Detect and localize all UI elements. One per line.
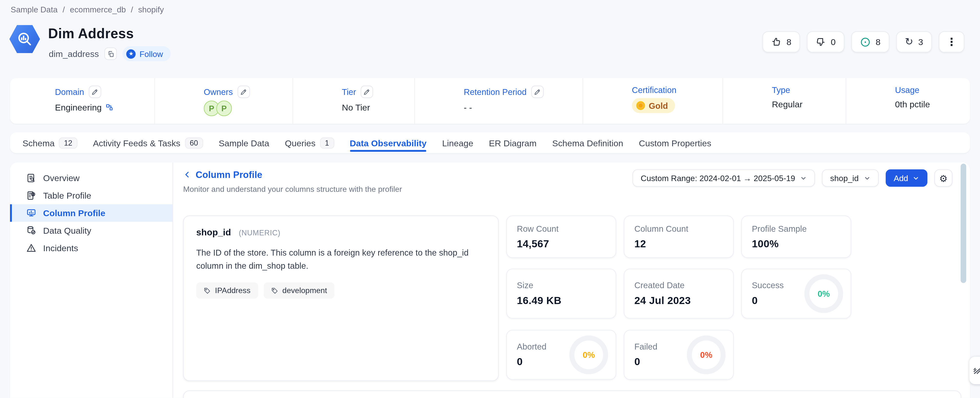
- tag-ipaddress[interactable]: IPAddress: [196, 282, 258, 299]
- edit-domain-button[interactable]: [88, 86, 101, 98]
- sidebar-item-data-quality[interactable]: Data Quality: [10, 222, 172, 239]
- usage-value: 0th pctile: [895, 99, 930, 109]
- chevron-down-icon: [913, 174, 920, 181]
- tab-queries[interactable]: Queries1: [285, 132, 334, 153]
- more-menu-button[interactable]: ⋮: [939, 31, 964, 52]
- copy-icon: [107, 51, 114, 57]
- versions-button[interactable]: ↻ 3: [896, 31, 932, 52]
- edit-owners-button[interactable]: [237, 86, 250, 98]
- tab-lineage[interactable]: Lineage: [442, 132, 473, 153]
- refresh-icon: ↻: [905, 37, 913, 47]
- settings-button[interactable]: ⚙: [934, 169, 953, 187]
- follow-button[interactable]: ★ Follow: [123, 46, 170, 61]
- usage-label: Usage: [895, 86, 920, 95]
- retention-label: Retention Period: [464, 87, 527, 97]
- tab-activity-feeds[interactable]: Activity Feeds & Tasks60: [93, 132, 203, 153]
- tab-badge: 12: [59, 137, 77, 148]
- aborted-percent-ring: 0%: [570, 335, 608, 374]
- stat-size: Size 16.49 KB: [506, 269, 616, 319]
- breadcrumb-separator: /: [131, 5, 133, 14]
- tab-custom-properties[interactable]: Custom Properties: [639, 132, 711, 153]
- failed-percent-ring: 0%: [687, 335, 725, 374]
- breadcrumb-separator: /: [63, 5, 65, 14]
- stat-created-date: Created Date 24 Jul 2023: [624, 269, 734, 319]
- pencil-icon: [534, 88, 541, 95]
- column-summary-card: shop_id (NUMERIC) The ID of the store. T…: [183, 216, 499, 381]
- date-range-dropdown[interactable]: Custom Range: 2024-02-01 → 2025-05-19: [632, 169, 815, 187]
- entity-meta-bar: Domain Engineering: [10, 78, 970, 124]
- upvote-button[interactable]: 8: [763, 31, 800, 52]
- certification-badge: Gold: [632, 98, 675, 113]
- certification-label: Certification: [632, 86, 676, 95]
- sidebar-item-incidents[interactable]: Incidents: [10, 239, 172, 257]
- downvote-count: 0: [831, 37, 835, 47]
- edit-tier-button[interactable]: [360, 86, 373, 98]
- add-button[interactable]: Add: [886, 169, 928, 187]
- vertical-scrollbar[interactable]: [961, 163, 966, 283]
- stat-profile-sample: Profile Sample 100%: [741, 216, 851, 258]
- sidebar-item-column-profile[interactable]: Column Profile: [10, 204, 172, 222]
- copy-name-button[interactable]: [105, 48, 117, 60]
- panel-title: Column Profile: [196, 169, 262, 180]
- edit-retention-button[interactable]: [531, 86, 543, 98]
- pencil-icon: [240, 88, 247, 95]
- star-icon: ★: [126, 49, 136, 58]
- domain-value[interactable]: Engineering: [55, 103, 102, 113]
- domain-link-icon: [105, 104, 113, 111]
- type-label: Type: [772, 86, 790, 95]
- meta-owners: Owners P P: [155, 78, 293, 124]
- observability-side-nav: Overview Table Profile C: [10, 162, 173, 398]
- column-datatype: (NUMERIC): [239, 228, 280, 237]
- downvote-button[interactable]: 0: [807, 31, 844, 52]
- owner-avatar[interactable]: P: [216, 100, 232, 116]
- pencil-icon: [363, 88, 370, 95]
- meta-retention: Retention Period - -: [415, 78, 583, 124]
- open-tasks-count: 8: [875, 37, 880, 47]
- tab-er-diagram[interactable]: ER Diagram: [489, 132, 537, 153]
- tab-sample-data[interactable]: Sample Data: [219, 132, 269, 153]
- gear-icon: ⚙: [939, 173, 948, 182]
- page-title: Dim Address: [48, 25, 134, 42]
- circle-dot-icon: [860, 36, 871, 47]
- stat-success: Success 0 0%: [741, 269, 851, 319]
- breadcrumb-item[interactable]: Sample Data: [11, 5, 58, 14]
- meta-tier: Tier No Tier: [293, 78, 415, 124]
- breadcrumb-item[interactable]: ecommerce_db: [70, 5, 126, 14]
- incidents-warning-icon: [26, 243, 36, 253]
- stat-aborted: Aborted 0 0%: [506, 330, 616, 380]
- tab-schema[interactable]: Schema12: [22, 132, 77, 153]
- sidebar-item-table-profile[interactable]: Table Profile: [10, 187, 172, 204]
- back-chevron-icon[interactable]: [183, 171, 191, 179]
- entity-tabs: Schema12 Activity Feeds & Tasks60 Sample…: [10, 132, 970, 153]
- domain-label: Domain: [55, 87, 84, 97]
- meta-certification: Certification Gold: [583, 78, 723, 124]
- kebab-menu-icon: ⋮: [946, 35, 957, 48]
- owners-label: Owners: [204, 87, 233, 97]
- breadcrumb-item[interactable]: shopify: [138, 5, 164, 14]
- column-select-dropdown[interactable]: shop_id: [822, 169, 878, 187]
- column-profile-icon: [26, 208, 36, 218]
- breadcrumb: Sample Data / ecommerce_db / shopify: [11, 5, 164, 14]
- tab-content: Overview Table Profile C: [10, 162, 970, 398]
- table-name: dim_address: [49, 49, 99, 59]
- thumbs-down-icon: [816, 37, 826, 47]
- table-profile-icon: [26, 190, 36, 201]
- stat-column-count: Column Count 12: [624, 216, 734, 258]
- chevron-down-icon: [800, 174, 807, 181]
- tab-data-observability[interactable]: Data Observability: [350, 132, 426, 153]
- tier-label: Tier: [342, 87, 356, 97]
- sidebar-item-overview[interactable]: Overview: [10, 169, 172, 187]
- success-percent-ring: 0%: [804, 274, 843, 313]
- open-tasks-button[interactable]: 8: [851, 31, 889, 52]
- tab-schema-definition[interactable]: Schema Definition: [552, 132, 623, 153]
- stat-row-count: Row Count 14,567: [506, 216, 616, 258]
- stat-failed: Failed 0 0%: [624, 330, 734, 380]
- tier-value: No Tier: [342, 103, 370, 113]
- panel-subtitle: Monitor and understand your columns stru…: [183, 185, 402, 194]
- bigquery-table-icon: [9, 25, 40, 53]
- next-section-card: [183, 390, 961, 398]
- versions-count: 3: [918, 37, 923, 47]
- tag-icon: [204, 287, 211, 294]
- column-description: The ID of the store. This column is a fo…: [196, 246, 485, 273]
- tag-development[interactable]: development: [264, 282, 334, 299]
